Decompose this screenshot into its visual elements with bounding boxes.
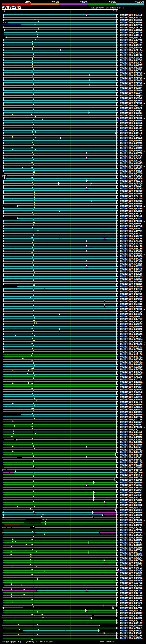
- svg-text:UniRef100_Q24D42: UniRef100_Q24D42: [120, 577, 143, 579]
- svg-text:UniRef100_Q2I164: UniRef100_Q2I164: [120, 49, 143, 52]
- svg-text:UniRef100_Q2FBK5: UniRef100_Q2FBK5: [120, 388, 143, 391]
- svg-text:UniRef100_A8WUZ1: UniRef100_A8WUZ1: [120, 449, 143, 451]
- svg-text:UniRef100_A8Q1C2: UniRef100_A8Q1C2: [120, 428, 143, 431]
- svg-text:UniRef100_UPI000..: UniRef100_UPI000..: [120, 308, 145, 310]
- svg-text:UniRef100_Q9W7I1: UniRef100_Q9W7I1: [120, 69, 143, 72]
- svg-text:UniRef100_P46800: UniRef100_P46800: [120, 469, 143, 471]
- svg-text:UniRef100_B4KG59: UniRef100_B4KG59: [120, 270, 143, 273]
- svg-text:UniRef100_Q0UP30: UniRef100_Q0UP30: [120, 208, 143, 210]
- svg-text:UniRef100_C4QP69: UniRef100_C4QP69: [120, 524, 143, 526]
- svg-text:UniRef100_UPI000..: UniRef100_UPI000..: [120, 340, 145, 343]
- svg-text:UniRef100_C5FEE7: UniRef100_C5FEE7: [120, 323, 143, 326]
- svg-text:UniRef100_A1CW29: UniRef100_A1CW29: [120, 366, 143, 368]
- svg-text:UniRef100_A3LWH7: UniRef100_A3LWH7: [120, 574, 143, 577]
- svg-text:UniRef100_Q5XUC3: UniRef100_Q5XUC3: [120, 316, 143, 318]
- svg-text:UniRef100_B4IZB0: UniRef100_B4IZB0: [120, 476, 143, 479]
- svg-text:UniRef100_Q8AVP6: UniRef100_Q8AVP6: [120, 46, 143, 49]
- svg-text:UniRef100_UPI000..: UniRef100_UPI000..: [120, 82, 145, 84]
- svg-text:UniRef100_B9I2G9: UniRef100_B9I2G9: [120, 130, 143, 132]
- svg-text:UniRef100_B4NZ46: UniRef100_B4NZ46: [120, 258, 143, 260]
- svg-text:UniRef100_UPI000..: UniRef100_UPI000..: [120, 72, 145, 74]
- svg-text:UniRef100_O96653: UniRef100_O96653: [120, 542, 143, 544]
- svg-text:UniRef100_Q6DIV0: UniRef100_Q6DIV0: [120, 42, 143, 44]
- svg-text:UniRef100_C0PTF3: UniRef100_C0PTF3: [120, 134, 143, 137]
- svg-text:UniRef100_B0ENZ3: UniRef100_B0ENZ3: [120, 597, 143, 600]
- svg-text:UniRef100_A0D1X5: UniRef100_A0D1X5: [120, 635, 143, 637]
- svg-text:UniRef100_B2BF24: UniRef100_B2BF24: [120, 285, 143, 288]
- svg-text:UniRef100_B9WK13: UniRef100_B9WK13: [120, 562, 143, 564]
- svg-text:UniRef100_P49026: UniRef100_P49026: [120, 293, 143, 296]
- svg-text:UniRef100_B4LCS2: UniRef100_B4LCS2: [120, 451, 143, 454]
- svg-text:UniRef100_Q801L9: UniRef100_Q801L9: [120, 104, 143, 107]
- svg-text:UniRef100_B0X0Y1: UniRef100_B0X0Y1: [120, 394, 143, 396]
- svg-text:UniRef100_B2VS63: UniRef100_B2VS63: [120, 210, 143, 212]
- svg-text:UniRef100_A9BKM7: UniRef100_A9BKM7: [120, 557, 143, 559]
- svg-text:UniRef100_C1BZP4: UniRef100_C1BZP4: [120, 92, 143, 94]
- svg-text:UniRef100_B2XYE5: UniRef100_B2XYE5: [120, 24, 143, 26]
- svg-text:UniRef100_Q4F6W9: UniRef100_Q4F6W9: [120, 288, 143, 290]
- svg-text:UniRef100_C4YBT9: UniRef100_C4YBT9: [120, 537, 143, 539]
- svg-text:UniRef100_A4S6H8: UniRef100_A4S6H8: [120, 22, 143, 24]
- svg-text:Large gaps:: Large gaps:: [2, 640, 17, 643]
- svg-text:UniRef100_B4E0C3: UniRef100_B4E0C3: [120, 516, 143, 519]
- svg-text:UniRef100_C6TJD3: UniRef100_C6TJD3: [120, 232, 143, 235]
- svg-text:UniRef100_Q6BKH8: UniRef100_Q6BKH8: [120, 554, 143, 557]
- svg-text:UniRef100_B3L122: UniRef100_B3L122: [120, 496, 143, 499]
- svg-text:UniRef100_Q4Y0J3: UniRef100_Q4Y0J3: [120, 492, 143, 494]
- svg-text:UniRef100_UPI000..: UniRef100_UPI000..: [120, 220, 145, 222]
- svg-text:UniRef100_Q6Y217: UniRef100_Q6Y217: [120, 112, 143, 114]
- svg-text:UniRef100_Q9FSU2: UniRef100_Q9FSU2: [120, 590, 143, 592]
- svg-text:UniRef100_Q4SDS8: UniRef100_Q4SDS8: [120, 140, 143, 142]
- svg-text:UniRef100_B5DFX3: UniRef100_B5DFX3: [120, 62, 143, 64]
- svg-text:UniRef100_Q10281: UniRef100_Q10281: [120, 506, 143, 509]
- svg-text:UniRef100_B0XE32: UniRef100_B0XE32: [120, 630, 143, 632]
- svg-text:UniRef100_C0Z2G7: UniRef100_C0Z2G7: [120, 235, 143, 238]
- svg-text:UniRef100_UPI000..: UniRef100_UPI000..: [120, 74, 145, 77]
- svg-text:UniRef100_B0EAW0: UniRef100_B0EAW0: [120, 594, 143, 597]
- svg-text:UniRef100_A9YTA2: UniRef100_A9YTA2: [120, 39, 143, 42]
- svg-text:UniRef100_A9V1T8: UniRef100_A9V1T8: [120, 245, 143, 248]
- svg-text:UniRef100_Q8T6T3: UniRef100_Q8T6T3: [120, 459, 143, 461]
- svg-text:UniRef100_A7ATJ9: UniRef100_A7ATJ9: [120, 529, 143, 532]
- svg-text:UniRef100_B4LSR9: UniRef100_B4LSR9: [120, 268, 143, 270]
- svg-text:UniRef100_UPI000..: UniRef100_UPI000..: [120, 89, 145, 92]
- svg-text:UniRef100_O65851: UniRef100_O65851: [120, 456, 143, 459]
- svg-text:UniRef100_Q4N2Q8: UniRef100_Q4N2Q8: [120, 461, 143, 464]
- svg-text:UniRef100_C1C2G1: UniRef100_C1C2G1: [120, 378, 143, 381]
- svg-text:UniRef100_UPI000..: UniRef100_UPI000..: [120, 202, 145, 205]
- svg-text:UniRef100_Q2V991: UniRef100_Q2V991: [120, 157, 143, 160]
- svg-text:UniRef100_C9E2R1: UniRef100_C9E2R1: [120, 44, 143, 46]
- svg-text:UniRef100_UPI000..: UniRef100_UPI000..: [120, 150, 145, 152]
- svg-text:UniRef100_Q01369: UniRef100_Q01369: [120, 190, 143, 192]
- svg-text:UniRef100_Q6L4F8: UniRef100_Q6L4F8: [120, 401, 143, 404]
- svg-text:~40%: ~40%: [52, 0, 59, 4]
- svg-text:UniRef100_A0AUJ0: UniRef100_A0AUJ0: [120, 398, 143, 401]
- svg-text:UniRef100_Q6PRD4: UniRef100_Q6PRD4: [120, 637, 143, 640]
- svg-text:UniRef100_Q753X3: UniRef100_Q753X3: [120, 610, 143, 612]
- svg-text:UniRef100_Q8J225: UniRef100_Q8J225: [120, 300, 143, 303]
- svg-text:UniRef100_B7G365: UniRef100_B7G365: [120, 198, 143, 200]
- svg-text:UniRef100_C0H7X9: UniRef100_C0H7X9: [120, 59, 143, 62]
- svg-text:UniRef100_Q8LAF2: UniRef100_Q8LAF2: [120, 180, 143, 182]
- svg-text:UniRef100_C5PCX6: UniRef100_C5PCX6: [120, 238, 143, 240]
- svg-text:UniRef100_Q9SXR9: UniRef100_Q9SXR9: [120, 142, 143, 144]
- svg-text:UniRef100_C0S6G5: UniRef100_C0S6G5: [120, 306, 143, 308]
- svg-text:UniRef100_B8MBK5: UniRef100_B8MBK5: [120, 330, 143, 333]
- svg-text:UniRef100_O96654: UniRef100_O96654: [120, 579, 143, 582]
- svg-text:UniRef100_Q25189: UniRef100_Q25189: [120, 248, 143, 250]
- svg-text:UniRef100_Q2FBK6: UniRef100_Q2FBK6: [120, 348, 143, 351]
- svg-text:UniRef100_A6N9Y1: UniRef100_A6N9Y1: [120, 424, 143, 426]
- svg-text:UniRef100_C5KVJ9: UniRef100_C5KVJ9: [120, 486, 143, 489]
- svg-text:UniRef100_UPI000..: UniRef100_UPI000..: [120, 519, 145, 522]
- svg-text:UniRef100_UPI000..: UniRef100_UPI000..: [120, 165, 145, 167]
- svg-text:UniRef100_A8N6I5: UniRef100_A8N6I5: [120, 162, 143, 165]
- svg-text:UniRef100_B7FKR5: UniRef100_B7FKR5: [120, 187, 143, 190]
- svg-text:UniRef100_Q86SB4: UniRef100_Q86SB4: [120, 358, 143, 361]
- svg-text:UniRef100_A9RL45: UniRef100_A9RL45: [120, 32, 143, 34]
- svg-text:AlignView.pm Beta rel.7: AlignView.pm Beta rel.7: [91, 6, 124, 9]
- svg-text:UniRef100_C5XGU1: UniRef100_C5XGU1: [120, 421, 143, 424]
- svg-text:UniRef100_O42248: UniRef100_O42248: [120, 54, 143, 57]
- svg-text:UniRef100_P25387: UniRef100_P25387: [120, 16, 143, 19]
- svg-text:UniRef100_B8AWF2: UniRef100_B8AWF2: [120, 539, 143, 542]
- svg-text:UniRef100_Q864T1: UniRef100_Q864T1: [120, 127, 143, 130]
